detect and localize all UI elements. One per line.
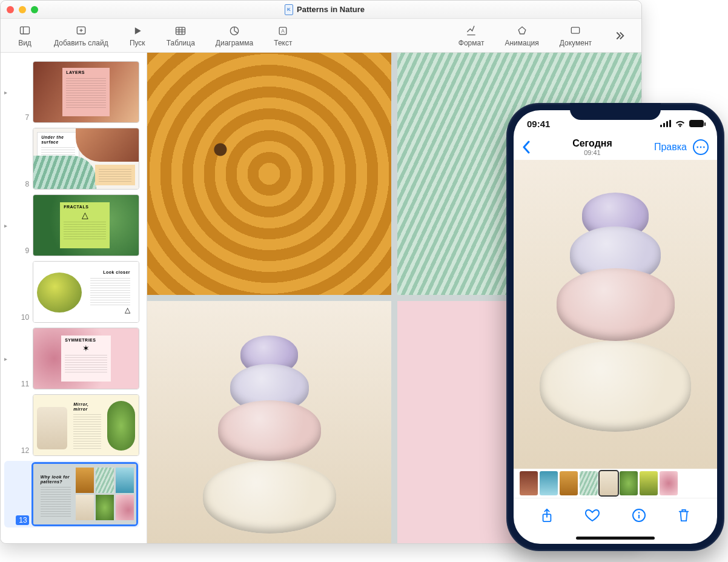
favorite-button[interactable] [584,508,600,523]
photos-header: Сегодня 09:41 Правка ⋯ [514,137,717,160]
format-button[interactable]: Формат [451,23,492,48]
photo-urchin-stack [540,205,691,432]
filmstrip-thumb-selected[interactable] [600,471,618,495]
status-clock: 09:41 [527,119,550,129]
format-label: Формат [458,39,485,47]
slide-thumb-7[interactable]: LAYERS [33,61,139,123]
disclosure-toggle[interactable]: ▸ [4,355,13,362]
table-icon [172,24,189,38]
slide-thumb-8[interactable]: Under the surface [33,128,139,190]
add-slide-label: Добавить слайд [54,39,108,47]
edit-button[interactable]: Правка [654,142,687,153]
close-window-button[interactable] [7,6,14,13]
thumb-title: Why look for patterns? [41,475,71,484]
slide-thumb-9[interactable]: FRACTALS △ [33,194,139,256]
toolbar-overflow-button[interactable] [605,28,633,44]
iphone-screen: 09:41 Сегодня 09:41 Правка ⋯ [514,110,717,544]
filmstrip-thumb[interactable] [540,471,558,495]
slide-thumb-row: ▸ 11 SYMMETRIES ✶ [4,328,139,389]
thumb-title: Mirror, mirror [73,402,101,411]
photo-viewer[interactable] [514,160,717,469]
iphone-device: 09:41 Сегодня 09:41 Правка ⋯ [506,103,724,551]
slide-thumb-12[interactable]: Mirror, mirror [33,394,139,456]
svg-text:A: A [282,28,285,34]
view-icon [16,24,33,38]
photo-filmstrip[interactable] [514,469,717,498]
thumb-title: Under the surface [41,135,75,144]
slide-number: 7 [16,113,29,123]
canvas-image-honeycomb[interactable] [147,53,391,295]
slide-thumb-10[interactable]: Look closer △ [33,261,139,323]
info-button[interactable] [632,508,646,523]
photos-title-sub: 09:41 [572,149,612,156]
urchin-stack-illustration [203,345,336,534]
home-indicator[interactable] [514,532,717,544]
document-icon: K [285,4,293,15]
slide-number: 10 [16,313,29,323]
battery-icon [689,120,704,127]
play-label: Пуск [130,39,145,47]
filmstrip-thumb[interactable] [580,471,598,495]
slide-thumb-11[interactable]: SYMMETRIES ✶ [33,328,139,389]
slide-thumb-13[interactable]: Why look for patterns? [33,463,137,525]
text-label: Текст [274,39,292,47]
add-slide-button[interactable]: Добавить слайд [47,23,116,48]
slide-number: 9 [16,246,29,256]
back-button[interactable] [522,140,531,154]
document-toolbar-icon [567,24,584,38]
window-title-text: Patterns in Nature [297,5,365,14]
canvas-image-urchins[interactable] [147,301,391,543]
view-label: Вид [18,39,31,47]
slide-thumb-row: ▸ 10 Look closer △ [4,261,139,323]
thumb-title: Look closer [90,270,130,275]
photos-title: Сегодня 09:41 [572,138,612,156]
text-icon: A [274,24,291,38]
slide-thumb-row: ▸ 8 Under the surface [4,128,139,190]
svg-marker-14 [518,27,526,34]
filmstrip-thumb[interactable] [640,471,658,495]
cellular-icon [660,120,671,127]
chart-icon [226,24,243,38]
chart-button[interactable]: Диаграмма [208,23,260,48]
text-button[interactable]: A Текст [266,23,299,48]
svg-rect-0 [21,27,30,34]
toolbar: Вид Добавить слайд Пуск Таблица [1,19,641,53]
filmstrip-thumb[interactable] [660,471,678,495]
slide-number: 8 [16,180,29,190]
table-label: Таблица [167,39,195,47]
add-slide-icon [73,24,90,38]
view-button[interactable]: Вид [9,23,41,48]
format-icon [463,24,480,38]
share-button[interactable] [540,507,554,523]
slide-number: 13 [16,515,28,525]
chart-label: Диаграмма [216,39,253,47]
slide-thumb-row-selected: ▸ 13 Why look for patterns? [4,461,139,527]
thumb-title: FRACTALS [64,205,106,210]
iphone-notch [570,103,661,120]
thumb-title: SYMMETRIES [65,338,107,343]
animate-button[interactable]: Анимация [497,23,546,48]
play-icon [129,24,146,38]
delete-button[interactable] [677,507,690,523]
wifi-icon [675,119,686,128]
document-label: Документ [560,39,592,47]
photos-title-main: Сегодня [572,138,612,149]
slide-number: 12 [16,446,29,456]
photo-toolbar [514,498,717,532]
animate-icon [514,24,531,38]
slide-thumb-row: ▸ 7 LAYERS [4,61,139,123]
play-button[interactable]: Пуск [122,23,153,48]
slide-navigator[interactable]: ▸ 7 LAYERS ▸ 8 [1,53,147,543]
more-button[interactable]: ⋯ [693,139,709,155]
disclosure-toggle[interactable]: ▸ [4,89,13,96]
table-button[interactable]: Таблица [159,23,202,48]
disclosure-toggle[interactable]: ▸ [4,222,13,229]
filmstrip-thumb[interactable] [520,471,538,495]
document-button[interactable]: Документ [552,23,599,48]
slide-number: 11 [16,380,29,389]
filmstrip-thumb[interactable] [560,471,578,495]
window-title: K Patterns in Nature [14,4,635,15]
svg-rect-6 [176,27,185,35]
svg-point-20 [638,512,640,513]
filmstrip-thumb[interactable] [620,471,638,495]
